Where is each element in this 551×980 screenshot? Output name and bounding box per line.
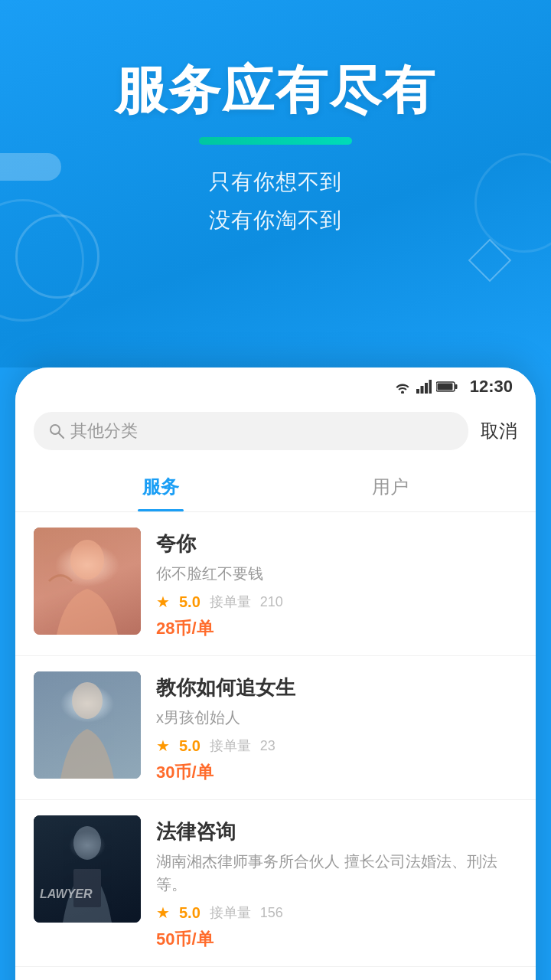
service-meta-1: ★ 5.0 接单量 210	[156, 593, 517, 611]
tab-bar: 服务 用户	[15, 462, 536, 512]
phone-mockup-container: 12:30 其他分类 取消 服务 用户	[15, 368, 536, 980]
service-desc-1: 你不脸红不要钱	[156, 562, 517, 585]
lawyer-text-overlay: LAWYER	[40, 887, 92, 901]
service-item-4[interactable]: 占卜 准到你后背发凉 ★ 5.0 接单量 23	[15, 967, 536, 980]
hero-subtitle-line2: 没有你淘不到	[31, 201, 520, 240]
order-label-1: 接单量	[210, 593, 251, 611]
hero-circle-med	[15, 214, 99, 299]
svg-point-10	[72, 682, 103, 719]
service-avatar-2: 李东	[34, 671, 141, 779]
service-item-3[interactable]: LAWYER 李勇谋 法律咨询 湖南湘杰律师事务所合伙人 擅长公司法婚法、刑法等…	[15, 800, 536, 967]
svg-rect-1	[420, 386, 423, 394]
search-input-wrapper[interactable]: 其他分类	[34, 412, 468, 450]
order-count-1: 210	[260, 594, 283, 610]
hero-subtitle: 只有你想不到 没有你淘不到	[31, 163, 520, 240]
phone-mockup: 12:30 其他分类 取消 服务 用户	[15, 368, 536, 980]
search-placeholder-text: 其他分类	[70, 420, 138, 443]
order-label-3: 接单量	[210, 903, 251, 922]
tab-services[interactable]: 服务	[46, 462, 276, 511]
service-item-2[interactable]: 李东 教你如何追女生 x男孩创始人 ★ 5.0 接单量 23 30币/单	[15, 656, 536, 800]
service-desc-2: x男孩创始人	[156, 706, 517, 729]
status-time: 12:30	[470, 377, 513, 397]
svg-rect-5	[455, 384, 457, 389]
hero-subtitle-decoration	[199, 137, 352, 145]
status-icons	[393, 380, 458, 394]
order-count-3: 156	[260, 905, 283, 921]
star-icon-3: ★	[156, 903, 170, 922]
avatar-1-figure	[34, 528, 141, 635]
service-info-3: 法律咨询 湖南湘杰律师事务所合伙人 擅长公司法婚法、刑法等。 ★ 5.0 接单量…	[156, 815, 517, 951]
svg-rect-6	[437, 384, 452, 390]
service-title-2: 教你如何追女生	[156, 675, 517, 701]
battery-icon	[436, 381, 458, 393]
avatar-2-figure	[34, 671, 141, 779]
service-title-3: 法律咨询	[156, 818, 517, 845]
svg-point-7	[51, 425, 60, 434]
service-price-1: 28币/单	[156, 617, 517, 640]
rating-2: 5.0	[179, 737, 201, 755]
hero-title: 服务应有尽有	[31, 61, 520, 119]
svg-rect-2	[425, 383, 428, 394]
order-count-2: 23	[260, 738, 276, 754]
service-price-2: 30币/单	[156, 761, 517, 784]
avatar-3-figure	[34, 815, 141, 923]
service-desc-3: 湖南湘杰律师事务所合伙人 擅长公司法婚法、刑法等。	[156, 850, 517, 896]
rating-3: 5.0	[179, 904, 201, 922]
wifi-icon	[393, 380, 412, 394]
rating-1: 5.0	[179, 593, 201, 611]
svg-line-8	[59, 433, 64, 438]
svg-point-11	[73, 826, 101, 860]
hero-section: 服务应有尽有 只有你想不到 没有你淘不到	[0, 0, 551, 368]
search-cancel-button[interactable]: 取消	[481, 419, 517, 443]
svg-point-9	[70, 540, 104, 580]
service-list: 王子瑶 夸你 你不脸红不要钱 ★ 5.0 接单量 210 28币/单	[15, 512, 536, 980]
tab-users[interactable]: 用户	[276, 462, 505, 511]
service-info-1: 夸你 你不脸红不要钱 ★ 5.0 接单量 210 28币/单	[156, 528, 517, 640]
hero-decoration-left	[0, 153, 61, 181]
hero-subtitle-line1: 只有你想不到	[31, 163, 520, 201]
service-meta-3: ★ 5.0 接单量 156	[156, 903, 517, 922]
svg-rect-0	[416, 389, 419, 394]
service-meta-2: ★ 5.0 接单量 23	[156, 737, 517, 755]
service-title-1: 夸你	[156, 531, 517, 557]
star-icon-2: ★	[156, 737, 170, 755]
order-label-2: 接单量	[210, 737, 251, 755]
svg-rect-3	[429, 380, 432, 394]
star-icon-1: ★	[156, 593, 170, 611]
service-price-3: 50币/单	[156, 928, 517, 951]
status-bar: 12:30	[15, 368, 536, 403]
service-info-2: 教你如何追女生 x男孩创始人 ★ 5.0 接单量 23 30币/单	[156, 671, 517, 784]
service-item-1[interactable]: 王子瑶 夸你 你不脸红不要钱 ★ 5.0 接单量 210 28币/单	[15, 512, 536, 656]
search-bar: 其他分类 取消	[15, 403, 536, 462]
service-avatar-3: LAWYER 李勇谋	[34, 815, 141, 923]
service-avatar-1: 王子瑶	[34, 528, 141, 635]
search-icon	[49, 423, 64, 439]
signal-icon	[416, 380, 432, 394]
